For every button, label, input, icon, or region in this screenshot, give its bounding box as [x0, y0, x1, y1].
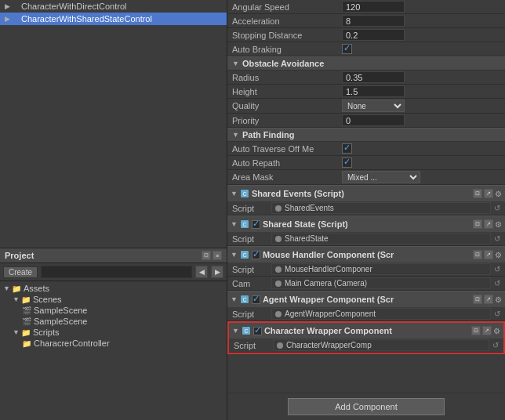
auto-braking-checkbox[interactable] — [342, 44, 352, 54]
prop-label: Quality — [232, 101, 342, 110]
component-ref-icon[interactable]: ⊡ — [471, 326, 481, 335]
component-enabled-checkbox[interactable] — [252, 220, 260, 229]
component-enabled-checkbox[interactable] — [252, 251, 260, 259]
area-mask-select[interactable]: Mixed ... — [342, 171, 420, 183]
folder-icon: 📁 — [21, 328, 31, 337]
acceleration-input[interactable] — [342, 15, 405, 27]
project-lock-icon[interactable]: ⊡ — [202, 251, 211, 260]
component-title: Character Wrapper Component — [264, 326, 469, 335]
cam-row-mouse-handler: Cam Main Camera (Camera) ↺ — [227, 277, 505, 291]
project-search-input[interactable] — [41, 266, 192, 278]
project-icon-btn-1[interactable]: ◀ — [195, 266, 208, 278]
prop-acceleration: Acceleration — [227, 14, 505, 28]
component-color-icon: C — [240, 189, 249, 198]
path-finding-title: Path Finding — [242, 130, 295, 139]
prop-height: Height — [227, 85, 505, 99]
component-gear-icon[interactable]: ⚙ — [495, 220, 502, 229]
project-toolbar: Create ◀ ▶ — [0, 263, 227, 281]
component-color-icon: C — [240, 295, 249, 304]
component-enabled-checkbox[interactable] — [252, 295, 260, 304]
folder-samplescene-2[interactable]: 🎬 SampleScene — [0, 316, 227, 327]
reset-icon[interactable]: ↺ — [494, 265, 500, 273]
component-expand-icon[interactable]: ↗ — [482, 326, 492, 335]
component-ref-icon[interactable]: ⊡ — [473, 295, 482, 304]
hierarchy-item-label: CharacterWithDirectControl — [21, 2, 126, 11]
folder-label: Scripts — [33, 328, 60, 337]
project-icon-btn-2[interactable]: ▶ — [211, 266, 223, 278]
reset-icon[interactable]: ↺ — [494, 279, 500, 288]
component-shared-state-header: ▼ C Shared State (Script) ⊡ ↗ ⚙ — [227, 216, 505, 232]
project-settings-icon[interactable]: ≡ — [213, 251, 222, 260]
folder-characrer-controller[interactable]: 📁 CharacrerController — [0, 338, 227, 349]
folder-icon: 📁 — [22, 339, 31, 348]
quality-select[interactable]: None — [342, 100, 405, 112]
auto-traverse-checkbox[interactable] — [342, 143, 352, 154]
component-title: Agent Wrapper Component (Scr — [263, 295, 470, 304]
folder-assets[interactable]: ▼ 📁 Assets — [0, 283, 227, 294]
component-expand-icon[interactable]: ↗ — [484, 250, 493, 259]
folder-scenes[interactable]: ▼ 📁 Scenes — [0, 294, 227, 305]
reset-icon[interactable]: ↺ — [494, 310, 500, 318]
stopping-distance-input[interactable] — [342, 29, 405, 41]
component-ref-icon[interactable]: ⊡ — [473, 250, 482, 259]
component-expand-icon[interactable]: ↗ — [484, 295, 493, 304]
component-ref-icon[interactable]: ⊡ — [473, 189, 482, 198]
component-title: Shared State (Script) — [263, 219, 470, 229]
script-label: Script — [232, 204, 271, 213]
radius-input[interactable] — [342, 71, 405, 83]
camera-icon — [275, 281, 282, 287]
priority-input[interactable] — [342, 114, 405, 126]
hierarchy-item-shared-control[interactable]: ▶ CharacterWithSharedStateControl — [0, 13, 227, 25]
script-name: MouseHandlerComponer — [285, 265, 372, 273]
component-expand-icon[interactable]: ↗ — [484, 219, 493, 229]
component-mouse-handler-header: ▼ C Mouse Handler Component (Scr ⊡ ↗ ⚙ — [227, 247, 505, 262]
script-row-mouse-handler: Script MouseHandlerComponer ↺ — [227, 262, 505, 277]
script-value: MouseHandlerComponer — [271, 263, 491, 275]
component-character-wrapper: ▼ C Character Wrapper Component ⊡ ↗ ⚙ Sc… — [227, 321, 505, 354]
component-gear-icon[interactable]: ⚙ — [495, 251, 502, 259]
collapse-icon[interactable]: ▼ — [231, 251, 238, 259]
prop-auto-traverse: Auto Traverse Off Me — [227, 142, 505, 156]
file-icon: 🎬 — [22, 306, 31, 315]
prop-label: Auto Repath — [232, 158, 342, 168]
reset-icon[interactable]: ↺ — [494, 204, 500, 212]
add-component-button[interactable]: Add Component — [288, 398, 445, 415]
component-gear-icon[interactable]: ⚙ — [495, 190, 502, 198]
folder-label: Assets — [24, 284, 49, 293]
angular-speed-input[interactable] — [342, 1, 405, 13]
height-input[interactable] — [342, 85, 405, 97]
inspector-scroll: Angular Speed Acceleration Stopping Dist… — [227, 0, 505, 393]
prop-label: Auto Traverse Off Me — [232, 144, 342, 154]
component-title: Shared Events (Script) — [252, 189, 470, 198]
prop-angular-speed: Angular Speed — [227, 0, 505, 14]
component-ref-icon[interactable]: ⊡ — [473, 219, 482, 229]
script-row-agent-wrapper: Script AgentWrapperComponent ↺ — [227, 307, 505, 321]
prop-quality: Quality None — [227, 99, 505, 114]
folder-scripts[interactable]: ▼ 📁 Scripts — [0, 327, 227, 338]
component-shared-events-header: ▼ C Shared Events (Script) ⊡ ↗ ⚙ — [227, 186, 505, 201]
folder-label: CharacrerController — [34, 339, 110, 348]
component-color-icon: C — [242, 326, 251, 335]
collapse-icon[interactable]: ▼ — [231, 190, 238, 197]
component-enabled-checkbox[interactable] — [253, 327, 262, 335]
auto-repath-checkbox[interactable] — [342, 158, 352, 168]
prop-label: Acceleration — [232, 16, 342, 26]
hierarchy-item-direct-control[interactable]: ▶ CharacterWithDirectControl — [0, 0, 227, 13]
reset-icon[interactable]: ↺ — [494, 234, 500, 243]
tree-arrow: ▶ — [5, 15, 10, 23]
create-button[interactable]: Create — [3, 266, 38, 278]
collapse-icon[interactable]: ▼ — [231, 220, 238, 228]
tree-arrow: ▶ — [5, 2, 10, 10]
component-gear-icon[interactable]: ⚙ — [495, 295, 502, 304]
obstacle-avoidance-title: Obstacle Avoidance — [242, 59, 324, 68]
component-expand-icon[interactable]: ↗ — [484, 189, 493, 198]
script-name: CharacterWrapperComp — [286, 341, 372, 349]
script-label: Script — [232, 265, 271, 274]
component-gear-icon[interactable]: ⚙ — [493, 327, 500, 335]
collapse-icon[interactable]: ▼ — [231, 295, 238, 303]
reset-icon[interactable]: ↺ — [492, 341, 499, 349]
folder-label: Scenes — [33, 295, 62, 304]
collapse-icon[interactable]: ▼ — [232, 327, 239, 335]
hierarchy-item-label: CharacterWithSharedStateControl — [21, 14, 152, 24]
folder-samplescene-1[interactable]: 🎬 SampleScene — [0, 305, 227, 316]
